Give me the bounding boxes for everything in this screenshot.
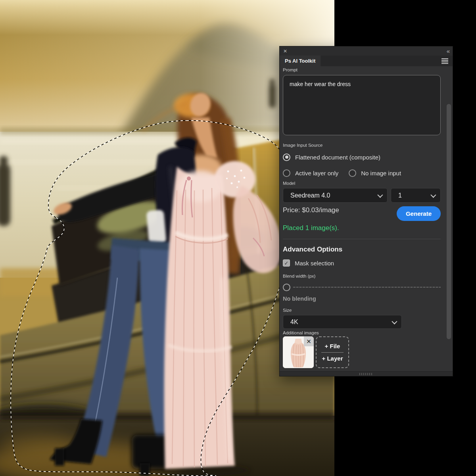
panel-menu-icon[interactable] — [437, 56, 453, 66]
ai-toolkit-panel: ✕ « Ps AI Toolkit Prompt make her wear t… — [280, 46, 453, 376]
add-layer-button[interactable]: + Layer — [317, 353, 348, 365]
panel-scrollbar[interactable] — [447, 104, 451, 339]
radio-option-flattened[interactable]: Flattened document (composite) — [283, 153, 441, 161]
remove-image-button[interactable]: ✕ — [304, 336, 314, 346]
model-dropdown[interactable]: Seedream 4.0 — [283, 188, 388, 203]
image-count-dropdown[interactable]: 1 — [391, 188, 441, 203]
radio-unselected-icon[interactable] — [283, 169, 290, 177]
chevron-down-icon — [430, 192, 436, 198]
slider-track[interactable] — [293, 287, 441, 288]
radio-label[interactable]: No image input — [361, 170, 401, 177]
chevron-down-icon — [392, 319, 397, 324]
radio-label[interactable]: Active layer only — [295, 170, 338, 177]
radio-selected-icon[interactable] — [283, 154, 290, 161]
model-select-row: Seedream 4.0 1 — [283, 188, 441, 203]
panel-body: Prompt make her wear the dress Image Inp… — [280, 66, 453, 368]
resize-grip[interactable] — [359, 373, 373, 375]
generate-button[interactable]: Generate — [397, 206, 441, 221]
photoshop-workspace: ✕ « Ps AI Toolkit Prompt make her wear t… — [0, 0, 476, 476]
checkbox-checked-icon[interactable]: ✓ — [283, 259, 290, 267]
slider-thumb[interactable] — [283, 284, 290, 291]
panel-tab-row: Ps AI Toolkit — [280, 56, 453, 66]
radio-option-row: Active layer only No image input — [283, 169, 441, 177]
model-label: Model — [283, 181, 441, 186]
prompt-input[interactable]: make her wear the dress — [283, 75, 441, 135]
radio-unselected-icon[interactable] — [349, 169, 356, 177]
tab-ps-ai-toolkit[interactable]: Ps AI Toolkit — [280, 56, 321, 66]
size-dropdown[interactable]: 4K — [283, 315, 402, 329]
blend-width-label: Blend width (px) — [283, 274, 441, 279]
panel-header: ✕ « — [280, 46, 453, 56]
advanced-options-heading: Advanced Options — [283, 245, 441, 254]
image-input-source-label: Image Input Source — [283, 143, 441, 148]
blend-width-slider[interactable] — [283, 283, 441, 291]
mask-selection-row[interactable]: ✓ Mask selection — [283, 259, 441, 267]
panel-footer — [280, 371, 453, 376]
section-divider — [283, 239, 441, 239]
prompt-label: Prompt — [283, 67, 441, 73]
mask-selection-label: Mask selection — [295, 260, 334, 267]
add-file-button[interactable]: + File — [317, 340, 348, 352]
price-row: Price: $0.03/image Generate — [283, 205, 441, 222]
size-dropdown-value: 4K — [290, 319, 298, 326]
chevron-down-icon — [377, 192, 383, 198]
size-label: Size — [283, 308, 441, 313]
close-icon[interactable]: ✕ — [283, 49, 287, 54]
status-message: Placed 1 image(s). — [283, 224, 441, 232]
model-dropdown-value: Seedream 4.0 — [290, 192, 330, 199]
image-count-value: 1 — [398, 192, 402, 199]
radio-label: Flattened document (composite) — [295, 154, 380, 161]
additional-images-label: Additional images — [283, 330, 441, 336]
additional-images-row: ✕ + File + Layer — [283, 336, 441, 368]
add-image-box: + File + Layer — [316, 336, 349, 368]
blend-status-text: No blending — [283, 296, 441, 302]
additional-image-thumbnail[interactable]: ✕ — [283, 336, 314, 368]
collapse-panel-icon[interactable]: « — [447, 49, 449, 54]
